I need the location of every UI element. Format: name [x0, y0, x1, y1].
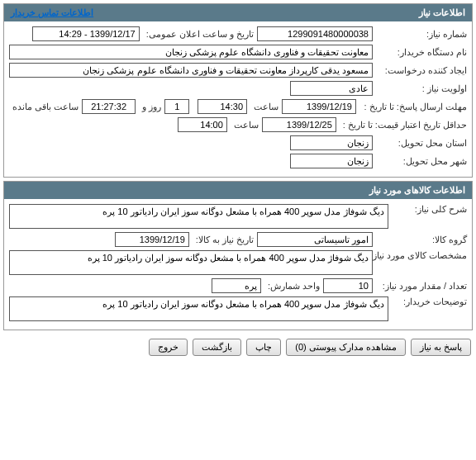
- deadline-date-field[interactable]: [282, 99, 356, 114]
- remain-days-field: [164, 99, 189, 114]
- qty-field[interactable]: [323, 278, 373, 293]
- desc-label: شرح کلی نیاز:: [392, 204, 467, 215]
- goods-info-panel: اطلاعات کالاهای مورد نیاز شرح کلی نیاز: …: [3, 181, 473, 330]
- need-number-field[interactable]: [257, 26, 373, 41]
- contact-link[interactable]: اطلاعات تماس خریدار: [11, 7, 93, 18]
- need-info-body: شماره نیاز: تاریخ و ساعت اعلان عمومی: نا…: [4, 21, 472, 177]
- deadline-time-label: ساعت: [250, 102, 278, 112]
- remain-hours-field: [82, 99, 136, 114]
- spec-field[interactable]: [9, 250, 373, 275]
- buyer-notes-field[interactable]: [9, 296, 388, 321]
- need-date-field[interactable]: [115, 232, 189, 247]
- attachments-button[interactable]: مشاهده مدارک پیوستی (0): [286, 339, 406, 356]
- exit-button[interactable]: خروج: [149, 339, 188, 356]
- need-info-panel: اطلاعات نیاز اطلاعات تماس خریدار شماره ن…: [3, 3, 473, 178]
- org-label: نام دستگاه خریدار:: [376, 47, 467, 58]
- buyer-notes-label: توضیحات خریدار:: [392, 296, 467, 307]
- creator-label: ایجاد کننده درخواست:: [376, 65, 467, 76]
- reply-button[interactable]: پاسخ به نیاز: [411, 339, 471, 356]
- announce-label: تاریخ و ساعت اعلان عمومی:: [143, 29, 254, 40]
- city-label: شهر محل تحویل:: [376, 156, 467, 167]
- creator-field[interactable]: [9, 63, 373, 78]
- panel-title: اطلاعات نیاز: [419, 7, 465, 18]
- validity-label: حداقل تاریخ اعتبار قیمت:: [376, 120, 467, 130]
- group-label: گروه کالا:: [376, 235, 467, 245]
- button-row: پاسخ به نیاز مشاهده مدارک پیوستی (0) چاپ…: [0, 334, 476, 361]
- goods-panel-title: اطلاعات کالاهای مورد نیاز: [369, 185, 465, 196]
- unit-label: واحد شمارش:: [264, 281, 320, 292]
- print-button[interactable]: چاپ: [246, 339, 281, 356]
- deadline-time-field[interactable]: [198, 99, 247, 114]
- group-field[interactable]: [257, 232, 373, 247]
- remain-days-label: روز و: [139, 102, 161, 112]
- need-number-label: شماره نیاز:: [376, 29, 467, 40]
- priority-label: اولویت نیاز :: [376, 83, 467, 94]
- remain-label: ساعت باقی مانده: [9, 102, 79, 112]
- back-button[interactable]: بازگشت: [193, 339, 241, 356]
- qty-label: تعداد / مقدار مورد نیاز:: [376, 281, 467, 292]
- validity-time-field[interactable]: [178, 117, 227, 132]
- spec-label: مشخصات کالای مورد نیاز:: [376, 250, 467, 261]
- announce-field[interactable]: [32, 26, 140, 41]
- validity-date-field[interactable]: [262, 117, 336, 132]
- goods-info-body: شرح کلی نیاز: گروه کالا: تاریخ نیاز به ک…: [4, 199, 472, 330]
- goods-info-header: اطلاعات کالاهای مورد نیاز: [4, 182, 472, 199]
- priority-field[interactable]: [290, 81, 373, 96]
- province-field[interactable]: [290, 135, 373, 150]
- validity-until-label: تا تاریخ :: [340, 120, 373, 130]
- city-field[interactable]: [290, 154, 373, 168]
- desc-field[interactable]: [9, 204, 388, 229]
- deadline-label: مهلت ارسال پاسخ: تا تاریخ :: [359, 102, 467, 112]
- unit-field[interactable]: [212, 278, 261, 293]
- validity-time-label: ساعت: [231, 120, 259, 130]
- need-info-header: اطلاعات نیاز اطلاعات تماس خریدار: [4, 4, 472, 21]
- province-label: استان محل تحویل:: [376, 138, 467, 149]
- org-field[interactable]: [9, 45, 373, 59]
- need-date-label: تاریخ نیاز به کالا:: [193, 235, 254, 245]
